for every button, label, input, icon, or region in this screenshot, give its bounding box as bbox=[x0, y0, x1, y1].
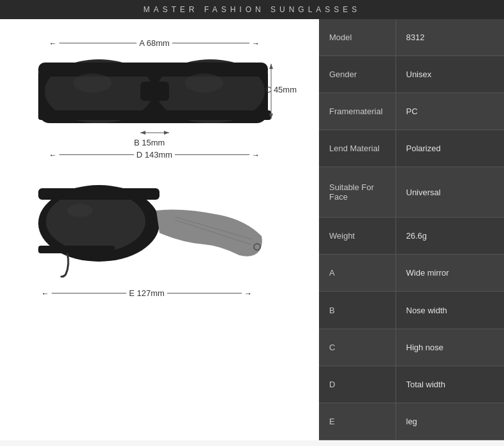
side-glasses-svg bbox=[35, 172, 265, 287]
spec-key: Weight bbox=[319, 218, 396, 255]
arrow-left-a: ← bbox=[49, 39, 57, 48]
svg-rect-17 bbox=[38, 188, 159, 200]
spec-key: D bbox=[319, 366, 396, 403]
top-glasses-container: C 45mm B 15mm bbox=[35, 50, 290, 149]
spec-row: CHigh nose bbox=[319, 329, 504, 366]
spec-value: Nose width bbox=[396, 292, 504, 329]
spec-row: GenderUnisex bbox=[319, 56, 504, 93]
spec-key: C bbox=[319, 329, 396, 366]
dimension-d-label: D 143mm bbox=[137, 150, 172, 160]
spec-value: Unisex bbox=[396, 56, 504, 93]
spec-key: B bbox=[319, 292, 396, 329]
svg-point-7 bbox=[73, 73, 112, 93]
spec-value: Polarized bbox=[396, 130, 504, 167]
arrow-left-e: ← bbox=[41, 289, 49, 298]
dimension-c-label: C 45mm bbox=[265, 85, 297, 94]
spec-row: Weight26.6g bbox=[319, 218, 504, 255]
spec-key: E bbox=[319, 403, 396, 440]
header-title: MASTER FASHION SUNGLASSES bbox=[144, 5, 361, 14]
dimension-e-label: E 127mm bbox=[129, 288, 165, 298]
spec-key: Gender bbox=[319, 56, 396, 93]
spec-key: Suitable For Face bbox=[319, 167, 396, 218]
svg-rect-6 bbox=[38, 63, 268, 77]
spec-row: FramematerialPC bbox=[319, 93, 504, 130]
dimension-a-label: A 68mm bbox=[139, 38, 170, 48]
svg-marker-13 bbox=[140, 131, 145, 135]
spec-key: Framematerial bbox=[319, 93, 396, 130]
svg-point-16 bbox=[46, 191, 145, 252]
svg-rect-22 bbox=[38, 246, 115, 253]
dimension-b-label: B 15mm bbox=[134, 138, 165, 147]
spec-value: 8312 bbox=[396, 19, 504, 56]
spec-key: A bbox=[319, 255, 396, 292]
dimension-e-row: ← E 127mm → bbox=[41, 288, 252, 298]
spec-value: Total width bbox=[396, 366, 504, 403]
spec-value: High nose bbox=[396, 329, 504, 366]
spec-row: Lend MaterialPolarized bbox=[319, 130, 504, 167]
dimension-a-row: ← A 68mm → bbox=[49, 38, 260, 48]
spec-key: Lend Material bbox=[319, 130, 396, 167]
spec-row: BNose width bbox=[319, 292, 504, 329]
svg-marker-10 bbox=[269, 64, 273, 69]
spec-value: 26.6g bbox=[396, 218, 504, 255]
arrow-right-e: → bbox=[244, 289, 252, 298]
arrow-right-d: → bbox=[252, 151, 260, 160]
left-panel: ← A 68mm → bbox=[0, 19, 319, 440]
spec-key: Model bbox=[319, 19, 396, 56]
top-diagram: ← A 68mm → bbox=[35, 38, 290, 160]
spec-row: Eleg bbox=[319, 403, 504, 440]
svg-point-8 bbox=[185, 73, 223, 93]
spec-row: AWide mirror bbox=[319, 255, 504, 292]
spec-row: DTotal width bbox=[319, 366, 504, 403]
spec-value: Wide mirror bbox=[396, 255, 504, 292]
specs-table: Model8312GenderUnisexFramematerialPCLend… bbox=[319, 19, 504, 440]
svg-rect-5 bbox=[166, 110, 271, 120]
right-panel: Model8312GenderUnisexFramematerialPCLend… bbox=[319, 19, 504, 440]
spec-value: Universal bbox=[396, 167, 504, 218]
svg-rect-4 bbox=[38, 110, 144, 120]
arrow-left-d: ← bbox=[49, 151, 57, 160]
spec-row: Suitable For FaceUniversal bbox=[319, 167, 504, 218]
svg-point-21 bbox=[67, 204, 93, 217]
main-content: ← A 68mm → bbox=[0, 19, 504, 440]
spec-value: PC bbox=[396, 93, 504, 130]
page-header: MASTER FASHION SUNGLASSES bbox=[0, 0, 504, 19]
svg-marker-14 bbox=[164, 131, 169, 135]
svg-rect-3 bbox=[140, 82, 169, 101]
bottom-diagram: ← E 127mm → bbox=[35, 172, 290, 298]
dimension-d-row: ← D 143mm → bbox=[49, 150, 260, 160]
top-glasses-svg bbox=[35, 50, 278, 149]
arrow-right-a: → bbox=[252, 39, 260, 48]
spec-row: Model8312 bbox=[319, 19, 504, 56]
spec-value: leg bbox=[396, 403, 504, 440]
